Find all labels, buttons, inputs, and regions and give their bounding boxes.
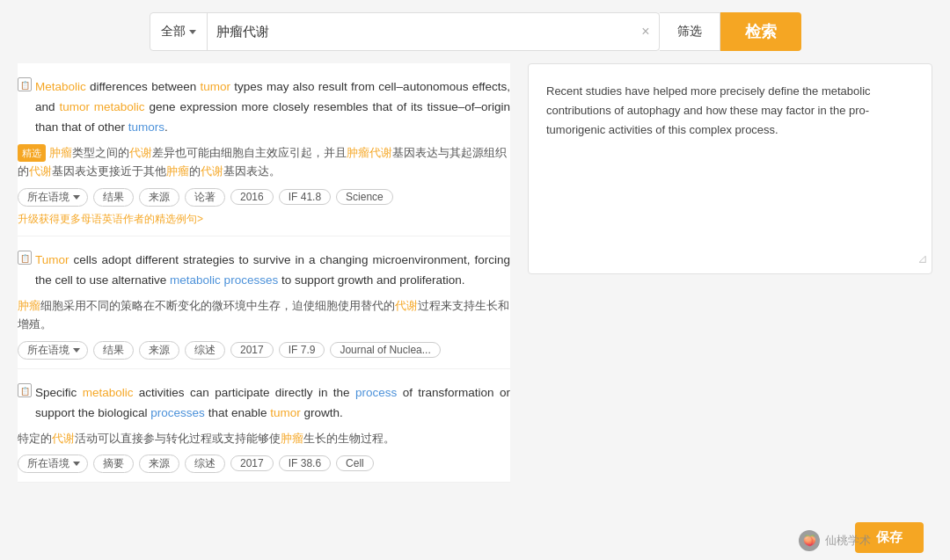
tag-journal-2[interactable]: Journal of Nuclea... [330,342,440,358]
context-tag-2[interactable]: 所在语境 [18,341,88,360]
highlight-metabolic-2: metabolic [94,100,145,113]
tag-paper-1[interactable]: 论著 [185,188,225,207]
highlight-tumor-4: tumor [270,406,301,419]
tag-journal-3[interactable]: Cell [336,455,374,471]
tag-review-2[interactable]: 综述 [185,341,225,360]
highlight-tumors-1: tumors [128,120,164,134]
tag-year-2[interactable]: 2017 [230,342,274,358]
tag-result-2[interactable]: 结果 [93,341,134,360]
tag-row-1: 所在语境 结果 来源 论著 2016 IF 41.8 Science [18,188,510,207]
tag-review-3[interactable]: 综述 [185,455,225,473]
result-en-2: Tumor cells adopt different strategies t… [35,251,510,291]
result-cn-1: 精选肿瘤类型之间的代谢差异也可能由细胞自主效应引起，并且肿瘤代谢基因表达与其起源… [18,143,510,181]
context-label-1: 所在语境 [27,190,69,205]
chevron-down-icon [189,30,196,34]
source-icon-2: 📋 [18,251,32,265]
result-header-2: 📋 Tumor cells adopt different strategies… [18,251,510,291]
tag-journal-1[interactable]: Science [336,189,393,205]
context-label-2: 所在语境 [27,343,69,358]
context-label-3: 所在语境 [27,456,69,471]
main-layout: 📋 Metabolic differences between tumor ty… [0,63,950,483]
watermark-label: 仙桃学术 [825,533,871,549]
tag-source-2[interactable]: 来源 [139,341,179,360]
search-input[interactable] [208,25,633,40]
tag-source-3[interactable]: 来源 [139,455,179,473]
tag-source-1[interactable]: 来源 [139,188,179,207]
search-type-label: 全部 [161,24,186,40]
highlight-metabolic-4: metabolic [83,386,134,399]
preview-text: Recent studies have helped more precisel… [546,82,914,140]
result-en-1: Metabolic differences between tumor type… [35,77,510,138]
context-tag-1[interactable]: 所在语境 [18,188,88,207]
source-icon-3: 📋 [18,383,32,397]
watermark-icon: 🍑 [799,530,820,551]
tag-if-1[interactable]: IF 41.8 [279,189,331,205]
source-icon-1: 📋 [18,77,32,91]
clear-button[interactable]: × [632,24,658,40]
search-button[interactable]: 检索 [720,12,801,51]
tag-row-3: 所在语境 摘要 来源 综述 2017 IF 38.6 Cell [18,455,510,473]
result-item: 📋 Metabolic differences between tumor ty… [18,63,510,236]
highlight-metabolic-3: metabolic processes [170,273,278,287]
search-bar: 全部 × 筛选 检索 [0,0,950,63]
search-type-select[interactable]: 全部 [150,13,208,50]
jingxuan-badge-1: 精选 [18,144,46,162]
highlight-process-1: process [355,386,397,399]
context-tag-3[interactable]: 所在语境 [18,455,88,473]
preview-panel: Recent studies have helped more precisel… [528,63,932,274]
highlight-tumor-3: Tumor [35,253,69,266]
result-item-2: 📋 Tumor cells adopt different strategies… [18,236,510,369]
resize-handle[interactable]: ⊿ [917,249,928,270]
result-item-3: 📋 Specific metabolic activities can part… [18,369,510,483]
watermark: 🍑 仙桃学术 [799,530,871,551]
highlight-metabolic-1: Metabolic [35,80,86,93]
filter-button[interactable]: 筛选 [660,12,720,51]
tag-if-3[interactable]: IF 38.6 [279,455,331,471]
result-en-3: Specific metabolic activities can partic… [35,383,510,424]
tag-if-2[interactable]: IF 7.9 [279,342,325,358]
result-cn-2: 肿瘤细胞采用不同的策略在不断变化的微环境中生存，迫使细胞使用替代的代谢过程来支持… [18,296,510,334]
tag-row-2: 所在语境 结果 来源 综述 2017 IF 7.9 Journal of Nuc… [18,341,510,360]
highlight-tumor-1: tumor [201,80,231,93]
context-chevron-2 [73,348,80,353]
highlight-processes-2: processes [150,406,205,419]
context-chevron-1 [73,195,80,200]
bottom-bar: 🍑 仙桃学术 保存 [0,515,950,560]
result-cn-3: 特定的代谢活动可以直接参与转化过程或支持能够使肿瘤生长的生物过程。 [18,429,510,447]
upgrade-link-1[interactable]: 升级获得更多母语英语作者的精选例句> [18,212,510,227]
context-chevron-3 [73,462,80,466]
tag-abstract-3[interactable]: 摘要 [93,455,134,473]
tag-year-3[interactable]: 2017 [230,455,274,471]
tag-result-1[interactable]: 结果 [93,188,134,207]
results-panel: 📋 Metabolic differences between tumor ty… [18,63,528,483]
result-header-3: 📋 Specific metabolic activities can part… [18,383,510,424]
search-container: 全部 × [150,12,660,51]
highlight-tumor-2: tumor [59,100,90,113]
result-header-1: 📋 Metabolic differences between tumor ty… [18,77,510,138]
tag-year-1[interactable]: 2016 [230,189,274,205]
